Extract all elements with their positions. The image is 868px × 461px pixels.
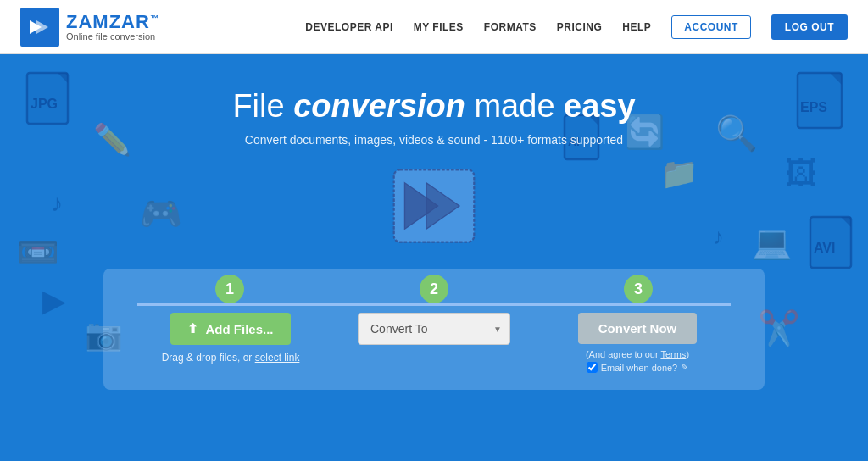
- bg-music-icon: ♪: [51, 190, 63, 217]
- step-3-indicator: 3: [624, 275, 653, 303]
- bg-eps-icon: EPS: [796, 71, 851, 138]
- step-1-action: ⬆ Add Files... Drag & drop files, or sel…: [137, 313, 324, 364]
- terms-link[interactable]: Terms: [660, 349, 686, 359]
- convert-to-wrapper: Convert To MP4 MP3 PDF JPG PNG: [358, 313, 510, 345]
- logo-text: ZAMZAR™ Online file conversion: [66, 13, 159, 42]
- center-logo: [387, 164, 481, 252]
- svg-text:JPG: JPG: [31, 97, 58, 111]
- bg-play-icon: ▶: [42, 283, 66, 319]
- email-label: Email when done?: [601, 363, 678, 373]
- bg-gameboy-icon: 🎮: [140, 194, 182, 234]
- bg-image-icon: 🖼: [785, 156, 817, 192]
- step-3-action: Convert Now (And agree to our Terms) Ema…: [544, 313, 731, 373]
- add-files-button[interactable]: ⬆ Add Files...: [170, 313, 290, 345]
- step-2-indicator: 2: [420, 275, 448, 303]
- step-1-indicator: 1: [215, 275, 244, 303]
- nav-help[interactable]: HELP: [622, 21, 651, 33]
- account-button[interactable]: ACCOUNT: [671, 15, 751, 39]
- svg-rect-5: [798, 73, 842, 128]
- svg-text:EPS: EPS: [800, 100, 827, 114]
- svg-rect-2: [27, 73, 68, 124]
- logout-button[interactable]: LOG OUT: [771, 14, 848, 40]
- svg-marker-7: [830, 73, 842, 85]
- nav-pricing[interactable]: PRICING: [557, 21, 603, 33]
- svg-text:AVI: AVI: [814, 241, 835, 255]
- hero-section: JPG ✏️ ♪ 📼 ▶ 🎮 EPS 🔍 🖼 🔄 📁 ♪: [0, 54, 868, 461]
- zamzar-logo-icon: [20, 8, 59, 47]
- convert-to-select[interactable]: Convert To MP4 MP3 PDF JPG PNG: [358, 313, 510, 345]
- convert-now-button[interactable]: Convert Now: [578, 313, 698, 344]
- hero-title: File conversion made easy: [232, 88, 635, 125]
- logo-area: ZAMZAR™ Online file conversion: [20, 8, 159, 47]
- logo-name: ZAMZAR™: [66, 13, 159, 31]
- steps-panel: 1 2 3 ⬆ Add Files... Drag & drop files, …: [103, 269, 765, 390]
- upload-icon: ⬆: [187, 321, 198, 336]
- main-nav: DEVELOPER API MY FILES FORMATS PRICING H…: [305, 14, 848, 40]
- bg-avi-icon: AVI: [809, 215, 860, 278]
- bg-search-icon: 🔍: [715, 114, 758, 153]
- svg-marker-10: [841, 217, 851, 227]
- bg-pencil-icon: ✏️: [93, 122, 131, 158]
- email-line: Email when done? ✎: [587, 362, 689, 373]
- email-edit-icon[interactable]: ✎: [681, 362, 688, 373]
- step-2-action: Convert To MP4 MP3 PDF JPG PNG: [341, 313, 527, 345]
- bg-tape-icon: 📼: [17, 232, 59, 272]
- steps-line: [137, 303, 731, 306]
- drag-drop-text: Drag & drop files, or select link: [162, 352, 300, 364]
- agree-text: (And agree to our Terms): [586, 349, 689, 359]
- svg-marker-4: [58, 73, 68, 83]
- header: ZAMZAR™ Online file conversion DEVELOPER…: [0, 0, 868, 54]
- svg-rect-8: [810, 217, 851, 268]
- svg-marker-1: [36, 20, 48, 34]
- email-checkbox[interactable]: [587, 362, 598, 373]
- nav-my-files[interactable]: MY FILES: [414, 21, 464, 33]
- bg-folder-icon: 📁: [660, 156, 698, 192]
- bg-music2-icon: ♪: [713, 224, 724, 250]
- logo-tagline: Online file conversion: [66, 31, 159, 42]
- steps-actions: ⬆ Add Files... Drag & drop files, or sel…: [137, 313, 731, 373]
- nav-developer-api[interactable]: DEVELOPER API: [305, 21, 392, 33]
- nav-formats[interactable]: FORMATS: [484, 21, 537, 33]
- select-link[interactable]: select link: [255, 352, 300, 364]
- bg-phone-icon: 💻: [752, 224, 792, 261]
- hero-subtitle: Convert documents, images, videos & soun…: [245, 133, 623, 147]
- bg-jpg-icon: JPG: [25, 71, 76, 139]
